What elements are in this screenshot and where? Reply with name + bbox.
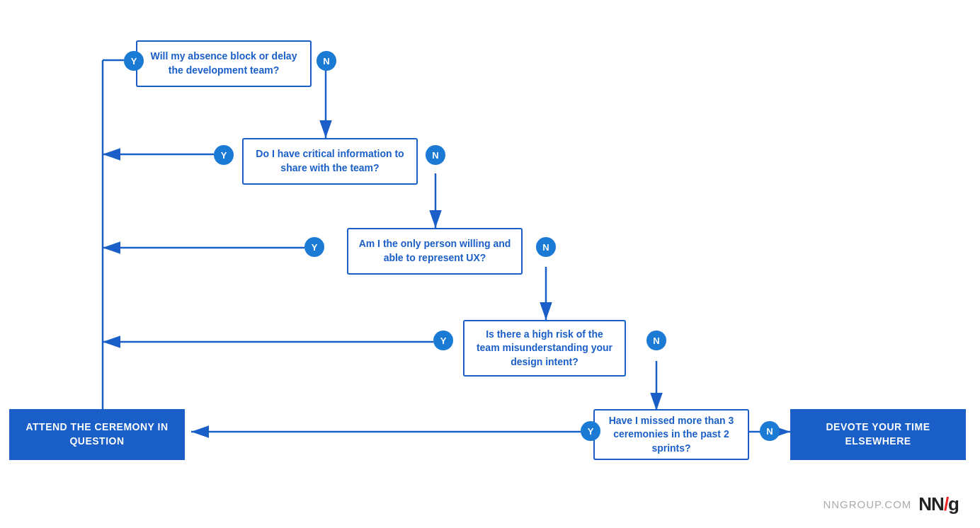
nn-logo: NN/g bbox=[918, 493, 959, 515]
q3-no-circle: N bbox=[536, 237, 556, 257]
question-5: Have I missed more than 3 ceremonies in … bbox=[593, 409, 749, 460]
q2-no-circle: N bbox=[426, 145, 445, 165]
q1-no-circle: N bbox=[317, 51, 336, 71]
q4-no-circle: N bbox=[646, 331, 666, 350]
question-2: Do I have critical information to share … bbox=[242, 138, 418, 185]
q5-yes-circle: Y bbox=[581, 421, 600, 441]
q4-yes-circle: Y bbox=[433, 331, 453, 350]
branding: NNGROUP.COM NN/g bbox=[823, 493, 959, 515]
q2-yes-circle: Y bbox=[214, 145, 234, 165]
q1-yes-circle: Y bbox=[124, 51, 144, 71]
question-1: Will my absence block or delay the devel… bbox=[136, 40, 312, 87]
devote-outcome: DEVOTE YOUR TIME ELSEWHERE bbox=[790, 409, 966, 460]
q3-yes-circle: Y bbox=[304, 237, 324, 257]
site-label: NNGROUP.COM bbox=[823, 498, 911, 510]
q5-no-circle: N bbox=[760, 421, 780, 441]
attend-outcome: ATTEND THE CEREMONY IN QUESTION bbox=[9, 409, 185, 460]
question-4: Is there a high risk of the team misunde… bbox=[463, 320, 626, 377]
question-3: Am I the only person willing and able to… bbox=[347, 228, 523, 275]
